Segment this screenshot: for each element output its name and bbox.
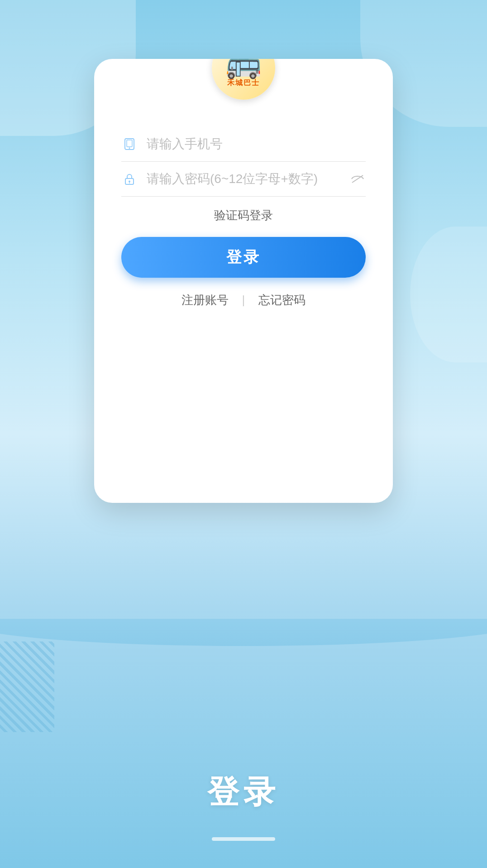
bg-wave [0, 619, 487, 709]
app-logo: 🚌 禾城巴士 [212, 59, 275, 100]
verify-code-link[interactable]: 验证码登录 [214, 208, 273, 222]
password-input-group [121, 162, 366, 197]
login-form [121, 127, 366, 197]
phone-icon [121, 136, 138, 152]
verify-code-link-container: 验证码登录 [214, 207, 273, 223]
eye-toggle-icon[interactable] [349, 171, 366, 187]
bottom-indicator-bar [212, 837, 275, 841]
bg-stripes [0, 641, 54, 732]
svg-point-2 [129, 148, 130, 149]
register-link[interactable]: 注册账号 [181, 292, 229, 308]
svg-point-4 [129, 181, 130, 183]
links-divider: | [242, 293, 245, 307]
forgot-password-link[interactable]: 忘记密码 [258, 292, 306, 308]
lock-icon [121, 171, 138, 187]
login-card: 🚌 禾城巴士 [94, 59, 393, 503]
bg-decoration-mid-right [410, 227, 487, 362]
app-name: 禾城巴士 [227, 78, 260, 88]
phone-input-group [121, 127, 366, 162]
password-input[interactable] [147, 172, 340, 186]
bottom-links-container: 注册账号 | 忘记密码 [181, 292, 306, 308]
svg-rect-1 [127, 140, 132, 147]
login-button[interactable]: 登录 [121, 237, 366, 278]
logo-container: 🚌 禾城巴士 [212, 59, 275, 100]
bottom-title: 登录 [207, 771, 280, 814]
bus-icon: 🚌 [225, 59, 262, 77]
phone-input[interactable] [147, 137, 366, 151]
